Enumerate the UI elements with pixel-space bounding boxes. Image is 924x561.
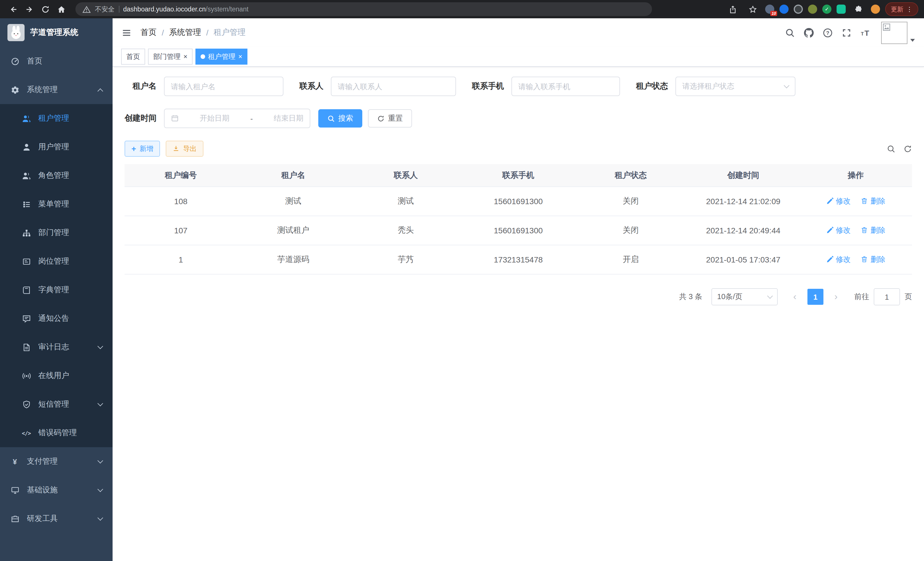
sidebar-item-menu[interactable]: 菜单管理 <box>0 190 112 218</box>
cell-contact: 测试 <box>350 187 462 216</box>
sidebar-item-user[interactable]: 用户管理 <box>0 133 112 161</box>
people-icon <box>22 114 31 123</box>
list-icon <box>22 200 31 208</box>
next-page-button[interactable]: › <box>828 289 844 305</box>
date-start-input[interactable]: 开始日期 <box>200 113 230 123</box>
cell-tenant-name: 测试租户 <box>237 216 350 245</box>
page-url[interactable]: dashboard.yudao.iocoder.cn/system/tenant <box>123 6 249 13</box>
sidebar-item-online-user[interactable]: 在线用户 <box>0 361 112 390</box>
sidebar-item-dept[interactable]: 部门管理 <box>0 218 112 247</box>
column-contact: 联系人 <box>350 164 462 187</box>
tab-home[interactable]: 首页 <box>121 49 145 65</box>
goto-page-input[interactable] <box>874 288 900 305</box>
page-size-select[interactable]: 10条/页 <box>711 288 778 305</box>
browser-home-button[interactable] <box>54 2 69 17</box>
sidebar-item-devtools[interactable]: 研发工具 <box>0 504 112 533</box>
cell-status: 开启 <box>574 245 687 274</box>
sidebar-item-payment[interactable]: ¥ 支付管理 <box>0 447 112 476</box>
browser-address-bar[interactable]: 不安全 dashboard.yudao.iocoder.cn/system/te… <box>75 2 652 16</box>
extension-icon-with-badge[interactable]: 10 <box>765 5 774 14</box>
sidebar-item-home[interactable]: 首页 <box>0 47 112 75</box>
edit-button[interactable]: 修改 <box>826 254 850 265</box>
date-end-input[interactable]: 结束日期 <box>274 113 303 123</box>
filter-row-2: 创建时间 开始日期 - 结束日期 搜索 重置 <box>124 109 912 128</box>
browser-forward-button[interactable] <box>22 2 37 17</box>
delete-button[interactable]: 删除 <box>861 196 885 206</box>
date-range-picker[interactable]: 开始日期 - 结束日期 <box>164 109 310 128</box>
page-number-button[interactable]: 1 <box>807 289 824 305</box>
bookmark-star-icon[interactable] <box>745 2 760 17</box>
cell-tenant-name: 芋道源码 <box>237 245 350 274</box>
github-icon[interactable] <box>803 27 814 38</box>
cell-contact: 秃头 <box>350 216 462 245</box>
document-icon <box>22 343 31 351</box>
system-submenu: 租户管理 用户管理 角色管理 <box>0 104 112 447</box>
caret-down-icon <box>910 39 915 41</box>
tab-dept[interactable]: 部门管理 × <box>148 49 193 65</box>
share-icon[interactable] <box>725 2 740 17</box>
extension-icon-green-square[interactable] <box>837 5 846 14</box>
fullscreen-icon[interactable] <box>841 27 852 38</box>
sidebar-fold-icon[interactable] <box>122 28 131 38</box>
extension-icon-green-check[interactable]: ✓ <box>822 5 831 14</box>
add-button[interactable]: + 新增 <box>124 141 160 157</box>
sidebar-item-notice[interactable]: 通知公告 <box>0 304 112 333</box>
browser-refresh-button[interactable] <box>38 2 52 17</box>
delete-button[interactable]: 删除 <box>861 225 885 236</box>
refresh-table-icon[interactable] <box>903 144 912 153</box>
people-icon <box>22 171 31 180</box>
extension-icon-dark-ring[interactable] <box>794 5 803 14</box>
browser-menu-icon[interactable]: ⋮ <box>906 5 913 13</box>
sidebar-item-post[interactable]: 岗位管理 <box>0 247 112 276</box>
edit-button[interactable]: 修改 <box>826 196 850 206</box>
tab-tenant[interactable]: 租户管理 × <box>195 49 248 65</box>
app-logo[interactable]: 芋道管理系统 <box>0 18 112 47</box>
sidebar-item-infra[interactable]: 基础设施 <box>0 476 112 504</box>
chrome-update-button[interactable]: 更新 ⋮ <box>885 2 918 16</box>
extension-icon-blue[interactable] <box>779 5 789 14</box>
table-row: 1 芋道源码 芋艿 17321315478 开启 2021-01-05 17:0… <box>124 245 912 274</box>
delete-button[interactable]: 删除 <box>861 254 885 265</box>
user-avatar-dropdown[interactable] <box>881 21 915 44</box>
export-button[interactable]: 导出 <box>166 141 203 157</box>
breadcrumb-home[interactable]: 首页 <box>141 27 157 38</box>
select-arrow-icon <box>784 83 789 88</box>
search-button[interactable]: 搜索 <box>318 109 362 128</box>
cell-phone: 15601691300 <box>462 187 574 216</box>
breadcrumb-current: 租户管理 <box>214 27 246 38</box>
cell-tenant-name: 测试 <box>237 187 350 216</box>
sidebar-item-tenant[interactable]: 租户管理 <box>0 104 112 133</box>
edit-button[interactable]: 修改 <box>826 225 850 236</box>
column-status: 租户状态 <box>574 164 687 187</box>
prev-page-button[interactable]: ‹ <box>787 289 803 305</box>
sidebar-item-system[interactable]: 系统管理 <box>0 75 112 104</box>
sidebar-item-sms[interactable]: 短信管理 <box>0 390 112 419</box>
breadcrumb-system[interactable]: 系统管理 <box>169 27 201 38</box>
status-select[interactable]: 请选择租户状态 <box>675 77 795 96</box>
cell-phone: 15601691300 <box>462 216 574 245</box>
font-size-icon[interactable]: TT <box>860 27 871 38</box>
tenant-name-input[interactable] <box>171 82 277 91</box>
close-icon[interactable]: × <box>183 53 188 60</box>
header-search-icon[interactable] <box>784 27 795 38</box>
sidebar-item-role[interactable]: 角色管理 <box>0 161 112 190</box>
cell-tenant-id: 1 <box>124 245 237 274</box>
extension-icon-olive[interactable] <box>808 5 817 14</box>
sidebar-item-error-code[interactable]: </> 错误码管理 <box>0 419 112 447</box>
filter-row-1: 租户名 联系人 联系手机 <box>124 77 912 96</box>
gear-icon <box>10 86 20 94</box>
not-secure-label[interactable]: 不安全 <box>95 5 115 14</box>
help-icon[interactable]: ? <box>822 27 833 38</box>
toggle-search-icon[interactable] <box>887 144 896 153</box>
extensions-puzzle-icon[interactable] <box>851 2 866 17</box>
browser-back-button[interactable] <box>6 2 21 17</box>
phone-input[interactable] <box>518 82 613 91</box>
profile-avatar-icon[interactable] <box>871 5 880 14</box>
contact-input[interactable] <box>338 82 449 91</box>
reset-button[interactable]: 重置 <box>368 109 412 128</box>
close-icon[interactable]: × <box>238 53 242 60</box>
sidebar-item-audit-log[interactable]: 审计日志 <box>0 333 112 361</box>
dashboard-icon <box>10 57 20 65</box>
app-title: 芋道管理系统 <box>30 27 78 38</box>
sidebar-item-dict[interactable]: 字典管理 <box>0 276 112 304</box>
